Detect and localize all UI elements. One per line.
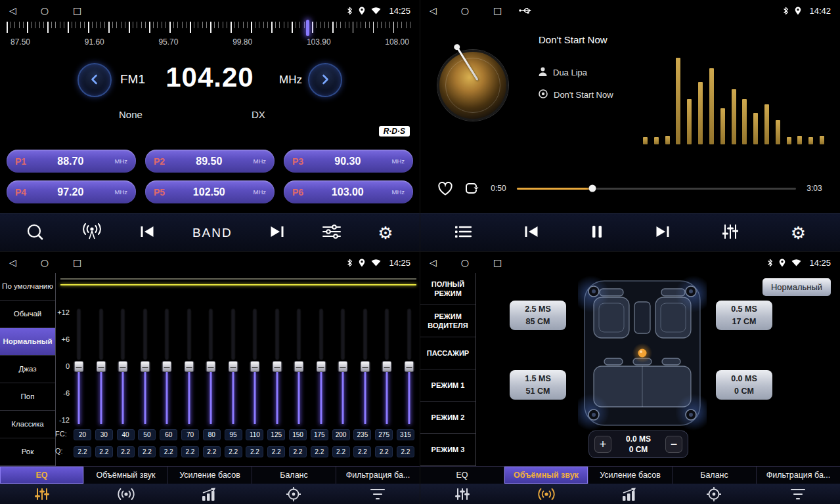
- slider-knob[interactable]: [140, 361, 150, 372]
- playlist-button[interactable]: [454, 225, 472, 240]
- slider-knob[interactable]: [184, 361, 194, 372]
- slider-knob[interactable]: [382, 361, 392, 372]
- eq-band-slider-1[interactable]: [74, 308, 84, 424]
- eq-sliders-icon[interactable]: [0, 484, 84, 504]
- home-button[interactable]: ○: [461, 258, 469, 267]
- tab-balance[interactable]: Баланс: [252, 467, 336, 484]
- eq-preset-4[interactable]: Поп: [0, 383, 55, 411]
- surround-sound-icon[interactable]: [84, 484, 168, 504]
- band-button[interactable]: BAND: [192, 226, 232, 240]
- surround-mode-1[interactable]: РЕЖИМ ВОДИТЕЛЯ: [420, 305, 475, 337]
- surround-mode-2[interactable]: ПАССАЖИР: [420, 337, 475, 369]
- recents-button[interactable]: □: [493, 258, 502, 267]
- eq-band-slider-2[interactable]: [96, 308, 106, 424]
- broadcast-button[interactable]: [81, 223, 102, 242]
- eq-preset-6[interactable]: Рок: [0, 438, 55, 466]
- delay-increase-button[interactable]: +: [594, 436, 611, 453]
- home-button[interactable]: ○: [461, 6, 469, 15]
- eq-band-slider-10[interactable]: [272, 308, 282, 424]
- recents-button[interactable]: □: [73, 258, 81, 267]
- eq-band-slider-7[interactable]: [206, 308, 216, 424]
- eq-band-slider-15[interactable]: [382, 308, 392, 424]
- surround-sound-icon[interactable]: [504, 484, 588, 504]
- tab-eq[interactable]: EQ: [0, 467, 84, 484]
- slider-knob[interactable]: [294, 361, 304, 372]
- eq-band-slider-16[interactable]: [404, 308, 414, 424]
- preset-button-p6[interactable]: P6103.00MHz: [284, 180, 413, 203]
- slider-knob[interactable]: [360, 361, 370, 372]
- tab-surround[interactable]: Объёмный звук: [84, 467, 168, 484]
- eq-preset-2[interactable]: Нормальный: [0, 328, 55, 356]
- recents-button[interactable]: □: [493, 6, 502, 15]
- scan-button[interactable]: [26, 223, 44, 243]
- eq-preset-0[interactable]: По умолчанию: [0, 273, 55, 301]
- delay-rear-left[interactable]: 1.5 MS51 CM: [510, 370, 566, 400]
- preset-button-p1[interactable]: P188.70MHz: [7, 150, 136, 173]
- surround-mode-5[interactable]: РЕЖИМ 3: [420, 434, 475, 466]
- slider-knob[interactable]: [74, 361, 84, 372]
- slider-knob[interactable]: [404, 361, 414, 372]
- eq-band-slider-9[interactable]: [250, 308, 260, 424]
- eq-band-slider-5[interactable]: [162, 308, 172, 424]
- eq-preset-1[interactable]: Обычай: [0, 301, 55, 328]
- seek-prev-button[interactable]: [139, 226, 155, 240]
- filter-icon[interactable]: [336, 484, 420, 504]
- tune-down-button[interactable]: [77, 63, 112, 97]
- delay-rear-right[interactable]: 0.0 MS0 CM: [716, 370, 772, 400]
- preset-button-p2[interactable]: P289.50MHz: [145, 150, 275, 173]
- eq-band-slider-3[interactable]: [118, 308, 128, 424]
- audio-settings-button[interactable]: [322, 224, 341, 241]
- bass-boost-icon[interactable]: [588, 484, 673, 504]
- slider-knob[interactable]: [228, 361, 238, 372]
- settings-button[interactable]: ⚙: [378, 224, 393, 242]
- eq-preset-3[interactable]: Джаз: [0, 356, 55, 383]
- preset-button-p4[interactable]: P497.20MHz: [7, 180, 136, 203]
- frequency-scale[interactable]: 87.5091.6095.7099.80103.90108.00: [0, 22, 420, 53]
- preset-button-p5[interactable]: P5102.50MHz: [145, 180, 275, 203]
- eq-preset-5[interactable]: Классика: [0, 411, 55, 438]
- eq-band-slider-8[interactable]: [228, 308, 238, 424]
- slider-knob[interactable]: [118, 361, 128, 372]
- balance-icon[interactable]: [252, 484, 336, 504]
- seek-next-button[interactable]: [269, 226, 285, 240]
- slider-knob[interactable]: [316, 361, 326, 372]
- slider-knob[interactable]: [162, 361, 172, 372]
- tune-up-button[interactable]: [308, 63, 342, 97]
- balance-icon[interactable]: [672, 484, 756, 504]
- bass-boost-icon[interactable]: [168, 484, 252, 504]
- slider-knob[interactable]: [250, 361, 260, 372]
- filter-icon[interactable]: [756, 484, 840, 504]
- previous-button[interactable]: [523, 226, 539, 240]
- preset-button-p3[interactable]: P390.30MHz: [284, 150, 413, 173]
- eq-band-slider-6[interactable]: [184, 308, 194, 424]
- home-button[interactable]: ○: [41, 6, 49, 15]
- delay-front-right[interactable]: 0.5 MS17 CM: [716, 301, 772, 330]
- slider-knob[interactable]: [96, 361, 106, 372]
- back-button[interactable]: ◁: [9, 258, 16, 267]
- back-button[interactable]: ◁: [430, 258, 437, 267]
- settings-button[interactable]: ⚙: [791, 224, 806, 242]
- eq-band-slider-13[interactable]: [338, 308, 348, 424]
- surround-mode-4[interactable]: РЕЖИМ 2: [420, 402, 475, 434]
- eq-band-slider-11[interactable]: [294, 308, 304, 424]
- tab-filter[interactable]: Фильтрация ба...: [757, 467, 840, 484]
- pause-button[interactable]: [592, 225, 602, 240]
- tab-bass-boost[interactable]: Усиление басов: [588, 467, 673, 484]
- back-button[interactable]: ◁: [430, 6, 437, 15]
- mixer-button[interactable]: [722, 224, 738, 241]
- tab-bass-boost[interactable]: Усиление басов: [168, 467, 252, 484]
- sound-profile-button[interactable]: Нормальный: [763, 278, 831, 296]
- eq-sliders-icon[interactable]: [420, 484, 504, 504]
- eq-band-slider-12[interactable]: [316, 308, 326, 424]
- slider-knob[interactable]: [206, 361, 216, 372]
- tab-surround[interactable]: Объёмный звук: [504, 467, 588, 484]
- delay-decrease-button[interactable]: −: [665, 436, 682, 453]
- tab-filter[interactable]: Фильтрация ба...: [336, 467, 420, 484]
- next-button[interactable]: [655, 226, 671, 240]
- back-button[interactable]: ◁: [9, 6, 16, 15]
- surround-mode-0[interactable]: ПОЛНЫЙ РЕЖИМ: [420, 273, 475, 305]
- delay-front-left[interactable]: 2.5 MS85 CM: [510, 301, 566, 330]
- eq-band-slider-4[interactable]: [140, 308, 150, 424]
- tab-eq[interactable]: EQ: [420, 467, 504, 484]
- slider-knob[interactable]: [338, 361, 348, 372]
